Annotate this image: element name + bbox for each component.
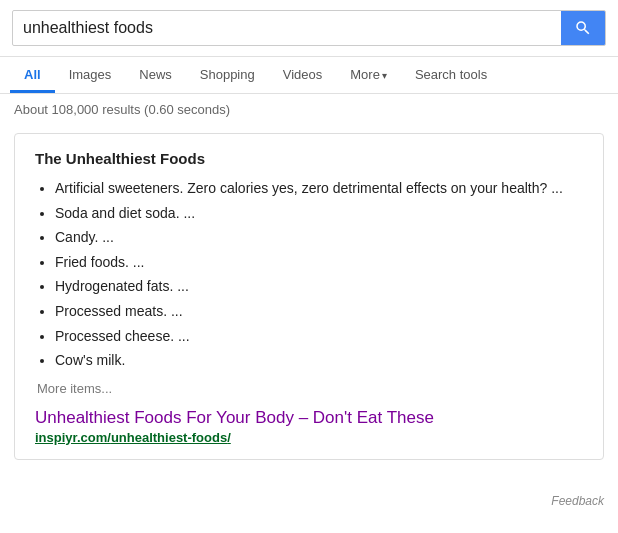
feedback-link[interactable]: Feedback [551,494,604,508]
main-content: The Unhealthiest Foods Artificial sweete… [0,125,618,488]
list-item: Fried foods. ... [55,253,583,273]
snippet-title: The Unhealthiest Foods [35,150,583,167]
tab-images[interactable]: Images [55,57,126,93]
snippet-card: The Unhealthiest Foods Artificial sweete… [14,133,604,460]
tab-videos[interactable]: Videos [269,57,337,93]
tab-search-tools[interactable]: Search tools [401,57,501,93]
search-header: unhealthiest foods [0,0,618,57]
nav-tabs: All Images News Shopping Videos More▾ Se… [0,57,618,94]
tab-more[interactable]: More▾ [336,57,401,93]
tab-all[interactable]: All [10,57,55,93]
list-item: Candy. ... [55,228,583,248]
search-button[interactable] [561,10,605,46]
tab-news[interactable]: News [125,57,186,93]
search-bar: unhealthiest foods [12,10,606,46]
result-link-url-suffix: / [227,430,231,445]
list-item: Hydrogenated fats. ... [55,277,583,297]
result-link: Unhealthiest Foods For Your Body – Don't… [35,408,583,445]
result-link-title[interactable]: Unhealthiest Foods For Your Body – Don't… [35,408,434,427]
search-icon [574,19,592,37]
result-link-url-prefix: inspiyr.com/ [35,430,111,445]
list-item: Artificial sweeteners. Zero calories yes… [55,179,583,199]
list-item: Processed meats. ... [55,302,583,322]
result-link-url: inspiyr.com/unhealthiest-foods/ [35,430,583,445]
search-input[interactable]: unhealthiest foods [13,15,561,41]
more-items[interactable]: More items... [37,381,583,396]
snippet-list: Artificial sweeteners. Zero calories yes… [35,179,583,371]
results-count: About 108,000 results (0.60 seconds) [0,94,618,125]
result-link-url-bold: unhealthiest-foods [111,430,227,445]
list-item: Processed cheese. ... [55,327,583,347]
tab-shopping[interactable]: Shopping [186,57,269,93]
list-item: Soda and diet soda. ... [55,204,583,224]
list-item: Cow's milk. [55,351,583,371]
feedback-row: Feedback [0,488,618,516]
more-dropdown-arrow: ▾ [382,70,387,81]
